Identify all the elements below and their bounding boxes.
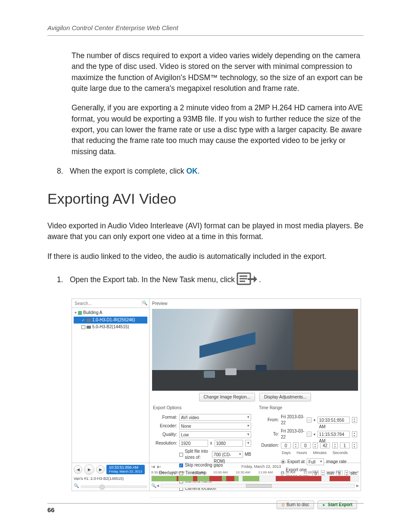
split-label: Split file into sizes of: xyxy=(185,448,210,461)
list-number: 8. xyxy=(57,166,70,177)
timeline-date: Friday, March 22, 2013 xyxy=(163,464,359,470)
tree-camera-node[interactable]: 5.0-H3-B2(144515) xyxy=(74,324,147,331)
format-label: Format: xyxy=(153,414,177,421)
timeline-track[interactable] xyxy=(151,476,359,482)
body-paragraph: Video exported in Audio Video Interleave… xyxy=(47,221,364,243)
scroll-left-icon[interactable]: ◀ xyxy=(156,483,159,488)
zoom-icon[interactable]: 🔍 xyxy=(74,483,79,489)
play-button[interactable]: ▶ xyxy=(84,464,94,475)
res-width-input[interactable]: 1920 xyxy=(179,440,208,447)
scroll-right-icon[interactable]: ▶ xyxy=(356,483,359,488)
tick: 9:00 AM xyxy=(172,470,184,475)
tick: 12:30 PM xyxy=(326,470,341,475)
camera-icon xyxy=(87,326,91,329)
calendar-icon[interactable] xyxy=(307,417,311,423)
quality-label: Quality: xyxy=(153,432,177,438)
body-paragraph: If there is audio linked to the video, t… xyxy=(47,251,364,262)
skip-gaps-checkbox[interactable] xyxy=(179,464,183,467)
encoder-select[interactable]: None xyxy=(179,423,251,429)
tree-camera-label: 5.0-H3-B2(144515) xyxy=(92,324,129,330)
camera-icon xyxy=(87,319,91,322)
search-input[interactable] xyxy=(74,301,141,306)
display-adjustments-button[interactable]: Display Adjustments... xyxy=(259,393,311,402)
timeline-scrollbar[interactable] xyxy=(161,484,355,488)
dur-sec-input[interactable]: 1 xyxy=(340,442,350,448)
tick: 8:30 AM xyxy=(151,470,164,475)
export-icon xyxy=(237,271,257,289)
skip-first-icon[interactable]: I◀ xyxy=(151,464,155,470)
split-checkbox[interactable] xyxy=(179,453,183,457)
dur-sec-label: Seconds xyxy=(333,450,348,456)
preview-label: Preview xyxy=(149,299,361,309)
list-item-1: 1. Open the Export tab. In the New Task … xyxy=(57,271,364,289)
list-text: When the export is complete, click xyxy=(70,167,186,175)
tick: 11:00 AM xyxy=(258,470,273,475)
playhead-date: Friday, March 22, 2013 xyxy=(109,470,142,473)
zoom-out-icon[interactable]: 🔍 xyxy=(151,483,156,489)
timeline-scale: 8:30 AM 9:00 AM 9:30 AM 10:00 AM 10:30 A… xyxy=(151,470,359,476)
rewind-button[interactable]: ◀ xyxy=(74,465,82,474)
header-rule xyxy=(47,35,364,36)
spinner[interactable]: ▴▾ xyxy=(332,442,338,448)
quality-select[interactable]: Low xyxy=(179,431,251,438)
duration-label: Duration: xyxy=(259,442,279,449)
list-text: . xyxy=(198,167,200,175)
format-select[interactable]: AVI video xyxy=(179,414,251,421)
tree-site-label: Building A xyxy=(83,310,102,316)
export-config-pane: Preview Change Image Region... Display A… xyxy=(149,299,361,463)
change-image-region-button[interactable]: Change Image Region... xyxy=(199,393,255,402)
spinner[interactable]: ▴▾ xyxy=(352,417,357,423)
export-rate-select[interactable]: Full xyxy=(307,458,324,465)
calendar-icon[interactable] xyxy=(307,432,311,437)
to-date: Fri 2013-03-22 xyxy=(281,428,305,441)
res-dropdown[interactable] xyxy=(245,440,251,447)
tick: 9:30 AM xyxy=(193,470,205,475)
dur-min-label: Minutes xyxy=(313,450,327,456)
spinner[interactable]: ▴▾ xyxy=(352,431,357,437)
tree-camera-label: 1.0-H3-D1-IR(255246) xyxy=(92,317,135,324)
list-number: 1. xyxy=(57,274,70,285)
search-icon[interactable]: 🔍 xyxy=(141,300,147,306)
to-label: To: xyxy=(259,431,279,438)
res-height-input[interactable]: 1080 xyxy=(215,440,243,447)
timeline-area: ◀ ▶ ▶ 10:33:51:856 AM Friday, March 22, … xyxy=(72,463,361,491)
playhead-time-badge: 10:33:51:856 AM Friday, March 22, 2013 xyxy=(106,465,145,474)
from-label: From: xyxy=(259,417,279,423)
video-preview[interactable] xyxy=(152,309,358,391)
section-heading: Exporting AVI Video xyxy=(47,188,364,209)
dur-min-input[interactable]: 42 xyxy=(320,442,330,448)
split-size-select[interactable]: 700 (CD-ROM) xyxy=(212,451,243,458)
spinner[interactable]: ▴▾ xyxy=(352,442,358,448)
resolution-label: Resolution: xyxy=(153,440,177,447)
search-box[interactable]: 🔍 xyxy=(72,299,149,308)
dur-days-input[interactable]: 0 xyxy=(281,442,291,448)
camera-tree-pane: 🔍 ▾ Building A 1.0-H3-D1-IR(255246) 5.0-… xyxy=(72,299,149,463)
list-text: Open the Export tab. In the New Task men… xyxy=(70,274,235,285)
spinner[interactable]: ▴▾ xyxy=(313,442,318,448)
page-footer: 66 xyxy=(47,503,364,515)
forward-button[interactable]: ▶ xyxy=(96,465,105,474)
tick: 10:30 AM xyxy=(236,470,250,475)
running-header: Avigilon Control Center Enterprise Web C… xyxy=(47,23,364,33)
spinner[interactable]: ▴▾ xyxy=(293,442,299,448)
playhead-time: 10:33:51:856 AM xyxy=(109,465,138,470)
from-time-input[interactable]: 10:33:51:856 AM xyxy=(318,417,350,423)
panel-title: Time Range xyxy=(259,405,357,411)
body-paragraph: Generally, if you are exporting a 2 minu… xyxy=(72,103,364,157)
list-text: . xyxy=(259,274,261,285)
panel-title: Export Options xyxy=(153,405,251,411)
split-unit: MB xyxy=(245,451,251,458)
res-x: x xyxy=(210,440,212,447)
page-number: 66 xyxy=(47,506,55,513)
skip-last-icon[interactable]: ▶I xyxy=(157,464,161,470)
zoom-slider[interactable] xyxy=(81,485,147,488)
tree-camera-node-selected[interactable]: 1.0-H3-D1-IR(255246) xyxy=(74,317,147,324)
checkbox-icon[interactable] xyxy=(81,318,85,322)
encoder-label: Encoder: xyxy=(153,423,177,429)
from-date: Fri 2013-03-22 xyxy=(281,414,305,426)
checkbox-icon[interactable] xyxy=(81,325,85,329)
tree-site-node[interactable]: ▾ Building A xyxy=(74,309,147,317)
to-time-input[interactable]: 11:15:53:784 AM xyxy=(318,431,350,438)
dur-hours-input[interactable]: 0 xyxy=(301,442,311,448)
timeline-camera-label: Van's #1: 2.0-H3-B2(148515) xyxy=(74,476,147,482)
